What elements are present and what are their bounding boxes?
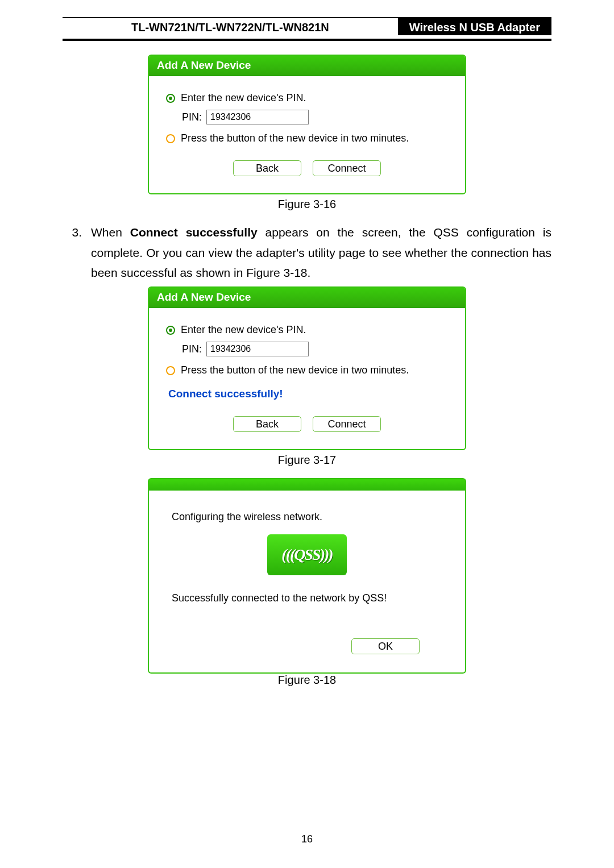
ok-button[interactable]: OK: [351, 638, 420, 654]
figure-caption: Figure 3-17: [63, 454, 551, 467]
ok-row: OK: [172, 638, 442, 668]
radio-label: Enter the new device's PIN.: [181, 324, 306, 336]
connected-text: Successfully connected to the network by…: [172, 592, 442, 604]
header-divider: [63, 39, 551, 41]
back-button[interactable]: Back: [233, 160, 301, 176]
radio-icon-selected: [166, 94, 175, 103]
radio-icon-unselected: [166, 366, 175, 375]
configuring-text: Configuring the wireless network.: [172, 511, 442, 523]
qss-logo-wrap: (((QSS))): [172, 534, 442, 575]
figure-caption: Figure 3-16: [63, 198, 551, 211]
qss-body: Configuring the wireless network. (((QSS…: [148, 491, 466, 674]
connect-button[interactable]: Connect: [313, 160, 381, 176]
pin-label: PIN:: [182, 111, 202, 123]
step-text: When Connect successfully appears on the…: [91, 222, 551, 283]
radio-label: Press the button of the new device in tw…: [181, 132, 409, 144]
radio-label: Enter the new device's PIN.: [181, 92, 306, 104]
step-3: 3. When Connect successfully appears on …: [63, 222, 551, 283]
qss-logo-text: (((QSS))): [281, 546, 332, 564]
connect-button[interactable]: Connect: [313, 416, 381, 432]
radio-icon-unselected: [166, 134, 175, 143]
document-header: TL-WN721N/TL-WN722N/TL-WN821N Wireless N…: [63, 17, 551, 35]
qss-logo-icon: (((QSS))): [267, 534, 347, 575]
qss-dialog: Configuring the wireless network. (((QSS…: [63, 478, 551, 674]
dialog-title: Add A New Device: [149, 288, 465, 308]
dialog-buttons: Back Connect: [166, 406, 448, 438]
page: TL-WN721N/TL-WN722N/TL-WN821N Wireless N…: [0, 0, 614, 687]
radio-press-button[interactable]: Press the button of the new device in tw…: [166, 364, 448, 376]
back-button[interactable]: Back: [233, 416, 301, 432]
dialog-body: Enter the new device's PIN. PIN: Press t…: [149, 76, 465, 193]
page-number: 16: [0, 833, 614, 845]
radio-press-button[interactable]: Press the button of the new device in tw…: [166, 132, 448, 144]
pin-row: PIN:: [182, 110, 448, 124]
dialog-buttons: Back Connect: [166, 150, 448, 182]
figure-caption: Figure 3-18: [63, 674, 551, 687]
pin-input[interactable]: [206, 342, 309, 356]
pin-label: PIN:: [182, 343, 202, 355]
connect-success-message: Connect successfully!: [168, 388, 448, 400]
add-device-dialog-1: Add A New Device Enter the new device's …: [148, 55, 466, 194]
product-name: Wireless N USB Adapter: [398, 18, 551, 35]
add-device-dialog-2: Add A New Device Enter the new device's …: [148, 286, 466, 450]
radio-enter-pin[interactable]: Enter the new device's PIN.: [166, 324, 448, 336]
radio-icon-selected: [166, 326, 175, 335]
pin-row: PIN:: [182, 342, 448, 356]
dialog-body: Enter the new device's PIN. PIN: Press t…: [149, 308, 465, 449]
model-numbers: TL-WN721N/TL-WN722N/TL-WN821N: [63, 18, 398, 35]
pin-input[interactable]: [206, 110, 309, 124]
radio-label: Press the button of the new device in tw…: [181, 364, 409, 376]
dialog-title: Add A New Device: [149, 56, 465, 76]
dialog-top-bar: [148, 478, 466, 491]
radio-enter-pin[interactable]: Enter the new device's PIN.: [166, 92, 448, 104]
list-number: 3.: [63, 222, 91, 283]
